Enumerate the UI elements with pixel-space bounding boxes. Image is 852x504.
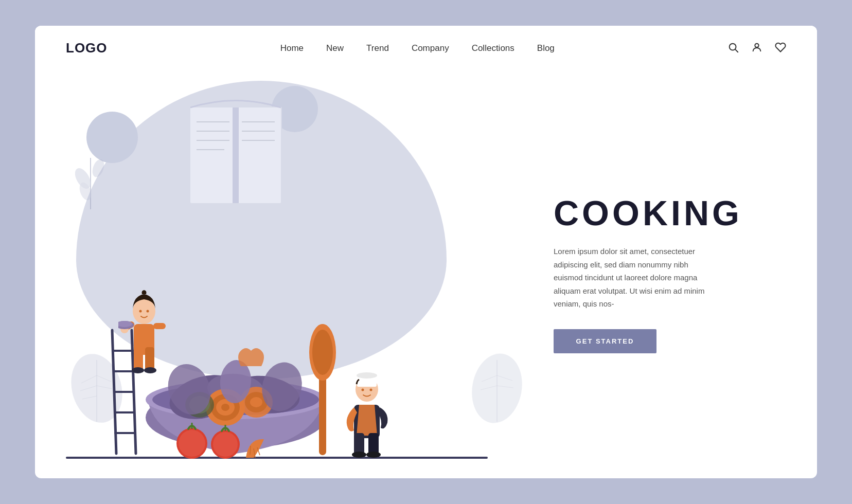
svg-point-60: [144, 367, 156, 373]
svg-point-80: [362, 389, 364, 391]
svg-point-62: [139, 310, 142, 313]
svg-point-71: [312, 330, 333, 375]
svg-point-47: [221, 404, 229, 411]
nav-item-trend[interactable]: Trend: [366, 43, 389, 53]
main-description: Lorem ipsum dolor sit amet, consectetuer…: [554, 245, 713, 311]
tomatoes: [174, 418, 267, 459]
svg-line-1: [735, 49, 738, 52]
svg-rect-73: [354, 433, 364, 455]
svg-point-86: [213, 432, 238, 457]
search-icon[interactable]: [727, 42, 739, 55]
text-area: COOKING Lorem ipsum dolor sit amet, cons…: [543, 70, 817, 478]
header: LOGO Home New Trend Company Collections …: [35, 26, 817, 70]
svg-line-89: [250, 446, 251, 455]
header-icons: [727, 42, 786, 55]
svg-point-59: [132, 367, 144, 373]
main-content: COOKING Lorem ipsum dolor sit amet, cons…: [35, 70, 817, 478]
svg-point-75: [352, 452, 366, 458]
svg-point-79: [357, 372, 377, 379]
svg-point-2: [755, 44, 758, 47]
svg-point-50: [250, 397, 262, 407]
logo: LOGO: [66, 40, 108, 56]
nav-item-blog[interactable]: Blog: [537, 43, 555, 53]
nav-item-new[interactable]: New: [326, 43, 344, 53]
chef-woman: [118, 283, 170, 375]
nav-item-collections[interactable]: Collections: [472, 43, 514, 53]
recipe-book: [184, 91, 287, 214]
svg-rect-74: [368, 433, 379, 455]
twig-decoration: [75, 153, 106, 214]
nav-item-home[interactable]: Home: [280, 43, 304, 53]
svg-rect-57: [134, 347, 143, 370]
svg-rect-23: [233, 107, 239, 203]
svg-rect-58: [145, 347, 154, 370]
svg-point-5: [90, 158, 106, 179]
svg-rect-65: [153, 323, 166, 329]
get-started-button[interactable]: GET STARTED: [554, 329, 656, 353]
nav: Home New Trend Company Collections Blog: [280, 43, 555, 53]
user-icon[interactable]: [751, 42, 762, 55]
svg-point-83: [179, 430, 205, 457]
nav-item-company[interactable]: Company: [412, 43, 449, 53]
illustration-area: [35, 70, 543, 478]
leaf-right: [466, 350, 528, 427]
heart-icon[interactable]: [775, 42, 786, 55]
chef-man: [339, 356, 395, 459]
main-title: COOKING: [554, 195, 786, 230]
svg-point-76: [366, 452, 381, 458]
page-container: LOGO Home New Trend Company Collections …: [35, 26, 817, 478]
svg-point-81: [370, 389, 372, 391]
svg-point-63: [147, 310, 149, 313]
big-spoon: [308, 324, 336, 458]
